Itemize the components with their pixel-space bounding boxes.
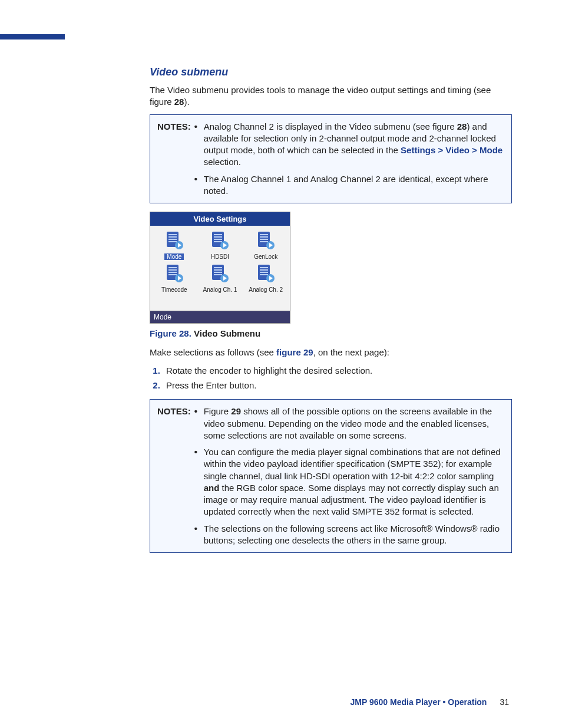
figure-28-image: Video Settings Mode HDSDI GenLock Timeco… [150, 212, 289, 324]
note-item: • Figure 29 shows all of the possible op… [194, 406, 504, 442]
top-accent-bar [0, 34, 65, 39]
notes-label: NOTES: [157, 121, 191, 197]
figure-28-caption: Figure 28. Video Submenu [150, 328, 512, 338]
video-mode-icon [166, 232, 183, 249]
icon-label-mode: Mode [164, 253, 184, 260]
note-item: • The Analog Channel 1 and Analog Channe… [194, 173, 504, 197]
notes-box-1: NOTES: • Analog Channel 2 is displayed i… [150, 114, 512, 204]
step-item: Press the Enter button. [163, 379, 512, 393]
intro-paragraph: The Video submenu provides tools to mana… [150, 84, 512, 108]
icon-label-timecode: Timecode [161, 286, 187, 293]
page-footer: JMP 9600 Media Player • Operation31 [351, 697, 509, 707]
video-settings-title: Video Settings [150, 212, 290, 226]
video-analog1-icon [211, 265, 229, 282]
make-selections-paragraph: Make selections as follows (see figure 2… [150, 347, 512, 358]
video-settings-status: Mode [150, 311, 290, 323]
settings-path-link: Settings > Video > Mode [401, 145, 503, 155]
note-item: • You can configure the media player sig… [194, 446, 504, 518]
note-item: • Analog Channel 2 is displayed in the V… [194, 121, 504, 169]
icon-label-hdsdi: HDSDI [211, 253, 229, 260]
video-analog2-icon [257, 265, 275, 282]
video-timecode-icon [166, 265, 183, 282]
icon-label-genlock: GenLock [254, 253, 277, 260]
figure-29-link[interactable]: figure 29 [276, 347, 313, 357]
video-genlock-icon [257, 232, 275, 249]
icon-label-analog2: Analog Ch. 2 [249, 286, 283, 293]
note-item: • The selections on the following screen… [194, 523, 504, 547]
section-heading: Video submenu [150, 66, 512, 78]
notes-box-2: NOTES: • Figure 29 shows all of the poss… [150, 399, 512, 553]
notes-label: NOTES: [157, 406, 191, 546]
steps-list: Rotate the encoder to highlight the desi… [150, 364, 512, 392]
main-content: Video submenu The Video submenu provides… [150, 66, 512, 561]
icon-label-analog1: Analog Ch. 1 [203, 286, 237, 293]
video-hdsdi-icon [211, 232, 229, 249]
step-item: Rotate the encoder to highlight the desi… [163, 364, 512, 378]
